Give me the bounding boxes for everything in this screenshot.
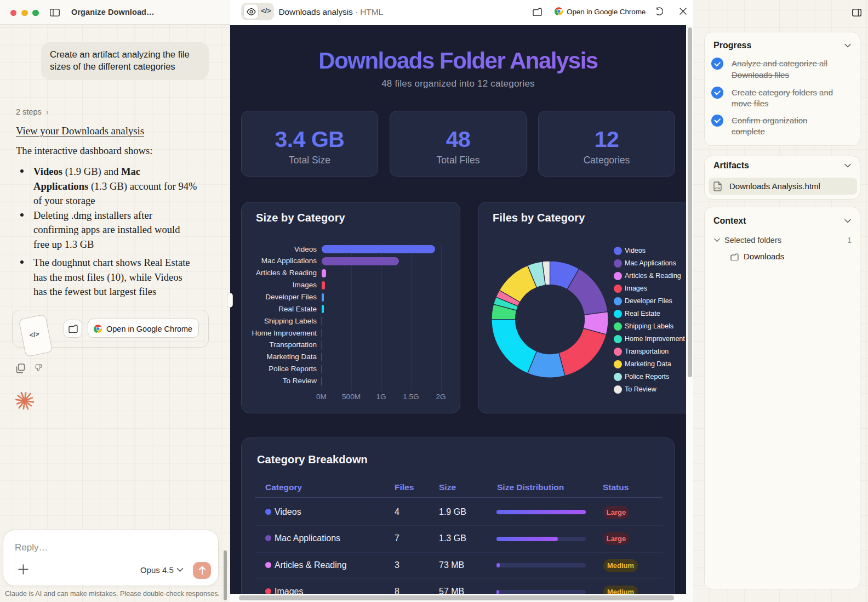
svg-text:HTML: HTML	[715, 187, 721, 190]
